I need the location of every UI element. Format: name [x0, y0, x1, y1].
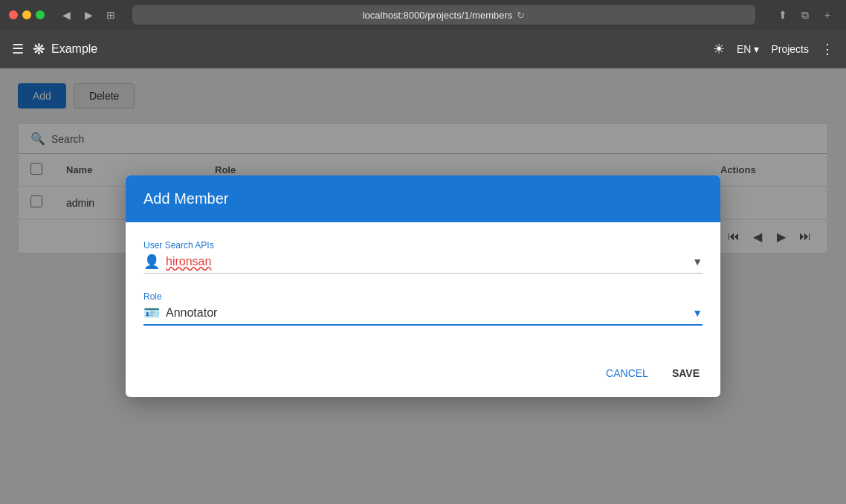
- projects-nav-link[interactable]: Projects: [771, 43, 809, 55]
- tabs-button[interactable]: ⧉: [795, 5, 815, 25]
- dialog-actions: Cancel Save: [126, 355, 720, 397]
- user-search-label: User Search APIs: [143, 240, 703, 251]
- browser-chrome: ◀ ▶ ⊞ localhost:8000/projects/1/members …: [0, 0, 846, 30]
- user-dropdown-arrow-icon[interactable]: ▼: [692, 256, 703, 268]
- user-search-field: User Search APIs 👤 hironsan ▼: [143, 240, 703, 274]
- user-search-value[interactable]: hironsan: [166, 255, 686, 268]
- dialog-header: Add Member: [126, 175, 720, 222]
- logo-icon: ❋: [33, 40, 45, 58]
- role-value[interactable]: Annotator: [166, 306, 686, 320]
- new-tab-button[interactable]: +: [818, 5, 837, 25]
- browser-nav: ◀ ▶ ⊞: [56, 5, 120, 25]
- traffic-lights: [9, 10, 45, 19]
- dialog-body: User Search APIs 👤 hironsan ▼ Role 🪪 Ann…: [126, 222, 720, 355]
- user-search-input-row: 👤 hironsan ▼: [143, 253, 703, 274]
- modal-overlay: Add Member User Search APIs 👤 hironsan ▼…: [0, 68, 846, 504]
- lang-label: EN: [737, 43, 751, 55]
- maximize-button[interactable]: [36, 10, 45, 19]
- role-icon: 🪪: [143, 305, 160, 321]
- url-text: localhost:8000/projects/1/members: [363, 10, 513, 21]
- window-button[interactable]: ⊞: [101, 5, 120, 25]
- role-label: Role: [143, 291, 703, 302]
- more-menu-icon[interactable]: ⋮: [821, 41, 834, 57]
- main-content: Add Delete 🔍 Search Name Role: [0, 68, 846, 504]
- language-selector[interactable]: EN ▾: [737, 43, 759, 55]
- app-bar: ☰ ❋ Example ☀ EN ▾ Projects ⋮: [0, 30, 846, 68]
- share-button[interactable]: ⬆: [773, 5, 792, 25]
- forward-button[interactable]: ▶: [79, 5, 98, 25]
- back-button[interactable]: ◀: [56, 5, 76, 25]
- reload-icon[interactable]: ↻: [517, 10, 525, 21]
- role-input-row: 🪪 Annotator ▼: [143, 305, 703, 326]
- save-button[interactable]: Save: [663, 361, 708, 385]
- app-logo: ❋ Example: [33, 40, 713, 58]
- add-member-dialog: Add Member User Search APIs 👤 hironsan ▼…: [126, 175, 720, 397]
- lang-arrow-icon: ▾: [754, 43, 759, 55]
- dialog-title: Add Member: [143, 190, 229, 207]
- theme-toggle-icon[interactable]: ☀: [713, 41, 725, 57]
- hamburger-icon[interactable]: ☰: [12, 41, 24, 57]
- app-bar-actions: ☀ EN ▾ Projects ⋮: [713, 41, 834, 57]
- minimize-button[interactable]: [22, 10, 31, 19]
- browser-actions: ⬆ ⧉ +: [773, 5, 837, 25]
- close-button[interactable]: [9, 10, 18, 19]
- cancel-button[interactable]: Cancel: [597, 361, 657, 385]
- user-icon: 👤: [143, 253, 160, 270]
- role-field: Role 🪪 Annotator ▼: [143, 291, 703, 326]
- app-name: Example: [51, 42, 97, 56]
- role-dropdown-arrow-icon[interactable]: ▼: [692, 307, 703, 319]
- address-bar[interactable]: localhost:8000/projects/1/members ↻: [132, 5, 755, 25]
